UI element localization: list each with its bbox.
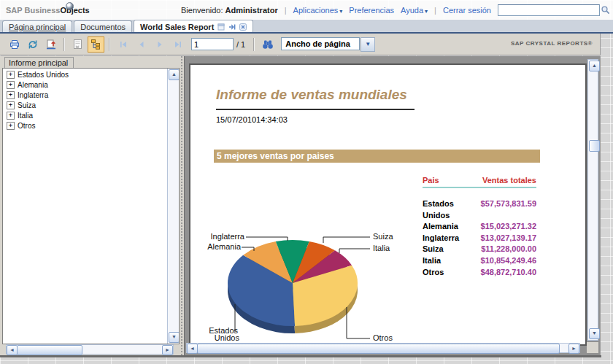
close-tab-icon[interactable] bbox=[239, 23, 247, 31]
next-page-button[interactable] bbox=[151, 36, 168, 53]
expand-icon[interactable]: + bbox=[7, 101, 15, 109]
refresh-button[interactable] bbox=[24, 36, 41, 53]
tab-home[interactable]: Página principal bbox=[2, 20, 72, 32]
print-button[interactable] bbox=[6, 36, 23, 53]
tree-item-estados-unidos[interactable]: +Estados Unidos bbox=[7, 71, 179, 79]
tree-item-alemania[interactable]: +Alemania bbox=[7, 81, 179, 89]
crystal-reports-brand: SAP CRYSTAL REPORTS® bbox=[511, 40, 593, 47]
tree-item-label: Suiza bbox=[18, 101, 36, 109]
group-tree-panel: Informe principal +Estados Unidos+Aleman… bbox=[0, 56, 182, 355]
tree-item-italia[interactable]: +Italia bbox=[7, 112, 179, 120]
tree-item-otros[interactable]: +Otros bbox=[7, 122, 179, 130]
zoom-combobox[interactable]: Ancho de página ▼ bbox=[281, 37, 375, 52]
sales-country: Inglaterra bbox=[423, 233, 459, 244]
expand-icon[interactable]: + bbox=[7, 81, 15, 89]
group-tree-items: +Estados Unidos+Alemania+Inglaterra+Suiz… bbox=[3, 71, 179, 130]
pie-label-otros: Otros bbox=[373, 333, 393, 342]
expand-icon[interactable]: + bbox=[7, 122, 15, 130]
zoom-dropdown-button[interactable]: ▼ bbox=[361, 37, 375, 52]
first-page-icon bbox=[119, 40, 128, 49]
scroll-left-button[interactable]: ◄ bbox=[7, 345, 18, 355]
pie-label-italia: Italia bbox=[373, 244, 390, 252]
chevron-down-icon: ▼ bbox=[365, 41, 371, 47]
group-tree: +Estados Unidos+Alemania+Inglaterra+Suiz… bbox=[2, 68, 180, 344]
welcome-label: Bienvenido: Administrator bbox=[181, 6, 278, 15]
panel-title-tab[interactable]: Informe principal bbox=[4, 57, 74, 68]
tree-horizontal-scrollbar[interactable]: ◄ ► bbox=[6, 344, 174, 355]
last-page-button[interactable] bbox=[169, 36, 186, 53]
splitter-grip bbox=[181, 56, 182, 355]
previous-page-icon bbox=[137, 40, 146, 49]
scrollbar-thumb[interactable] bbox=[17, 345, 82, 355]
logout-link[interactable]: Cerrar sesión bbox=[443, 6, 491, 15]
scroll-left-button[interactable]: ◄ bbox=[187, 344, 198, 354]
sales-country: Estados Unidos bbox=[423, 198, 481, 221]
toolbar-separator bbox=[63, 38, 65, 51]
header-separator: | bbox=[434, 6, 436, 15]
tab-documents[interactable]: Documentos bbox=[74, 20, 132, 32]
toggle-group-tree-button[interactable] bbox=[88, 36, 104, 53]
tab-world-sales-report[interactable]: World Sales Report bbox=[134, 20, 253, 32]
header-search-input[interactable] bbox=[498, 4, 600, 16]
expand-icon[interactable]: + bbox=[7, 71, 15, 79]
scrollbar-thumb[interactable] bbox=[589, 140, 600, 152]
pie-side-otros bbox=[293, 273, 358, 333]
scroll-up-button[interactable]: ▲ bbox=[169, 69, 180, 80]
sales-country: Otros bbox=[423, 267, 444, 279]
pie-slice-suiza bbox=[293, 241, 335, 283]
menu-preferencias[interactable]: Preferencias bbox=[349, 6, 394, 15]
pie-callout-line bbox=[246, 237, 288, 241]
toggle-parameter-panel-button[interactable] bbox=[69, 36, 86, 53]
pie-label-estados-unidos: Estados bbox=[209, 326, 238, 335]
title-rule bbox=[216, 109, 415, 110]
pie-label-inglaterra: Inglaterra bbox=[211, 232, 245, 241]
sales-row-otros: Otros$48,872,710.40 bbox=[423, 267, 536, 279]
pin-tab-icon[interactable] bbox=[228, 23, 236, 31]
chevron-down-icon: ▾ bbox=[425, 8, 428, 15]
toolbar-separator bbox=[253, 38, 255, 51]
section-banner: 5 mejores ventas por paises bbox=[214, 150, 540, 163]
tree-item-suiza[interactable]: +Suiza bbox=[7, 101, 179, 109]
first-page-button[interactable] bbox=[115, 36, 131, 53]
tree-item-inglaterra[interactable]: +Inglaterra bbox=[7, 91, 179, 99]
scroll-down-button[interactable]: ▼ bbox=[589, 328, 600, 339]
sales-table: Pais Ventas totales Estados Unidos$57,57… bbox=[423, 176, 536, 278]
window-bottom-border bbox=[0, 355, 601, 357]
menu-ayuda[interactable]: Ayuda▾ bbox=[401, 6, 428, 15]
pie-callout-line bbox=[242, 247, 254, 251]
viewer-horizontal-scrollbar[interactable]: ◄ ► bbox=[186, 343, 580, 353]
pie-side-alemania bbox=[243, 249, 293, 290]
expand-icon[interactable]: + bbox=[7, 91, 15, 99]
tree-item-label: Inglaterra bbox=[18, 91, 48, 99]
sales-row-suiza: Suiza$11,228,000.00 bbox=[423, 244, 536, 255]
sales-country: Italia bbox=[423, 255, 441, 267]
magnifier-icon[interactable] bbox=[601, 5, 610, 15]
sales-total: $11,228,000.00 bbox=[481, 244, 536, 255]
viewer-vertical-scrollbar[interactable]: ▲ ▼ bbox=[587, 59, 598, 341]
zoom-value[interactable]: Ancho de página bbox=[281, 37, 360, 50]
scrollbar-thumb[interactable] bbox=[197, 344, 560, 354]
binoculars-icon bbox=[262, 39, 274, 50]
pie-callout-line bbox=[323, 237, 370, 243]
menu-aplicaciones[interactable]: Aplicaciones▾ bbox=[293, 6, 343, 15]
toolbar-separator bbox=[109, 38, 110, 51]
tree-item-label: Italia bbox=[18, 112, 33, 120]
sales-total: $48,872,710.40 bbox=[481, 267, 536, 279]
detach-window-icon[interactable] bbox=[217, 23, 225, 31]
printer-icon bbox=[9, 39, 20, 50]
pie-callout-line bbox=[339, 249, 370, 253]
pie-slice-alemania bbox=[243, 241, 293, 283]
scroll-up-button[interactable]: ▲ bbox=[589, 61, 600, 71]
page-number-input[interactable] bbox=[191, 38, 234, 50]
export-button[interactable] bbox=[42, 36, 59, 53]
expand-icon[interactable]: + bbox=[7, 112, 15, 120]
previous-page-button[interactable] bbox=[133, 36, 150, 53]
find-text-button[interactable] bbox=[259, 36, 276, 53]
export-icon bbox=[45, 39, 57, 50]
scroll-right-button[interactable]: ► bbox=[568, 344, 579, 354]
tree-item-label: Estados Unidos bbox=[18, 71, 69, 79]
tree-vertical-scrollbar[interactable]: ▲ ▼ bbox=[167, 69, 179, 344]
scroll-down-button[interactable]: ▼ bbox=[169, 332, 180, 343]
user-name: Administrator bbox=[225, 6, 278, 15]
scroll-right-button[interactable]: ► bbox=[162, 345, 173, 355]
